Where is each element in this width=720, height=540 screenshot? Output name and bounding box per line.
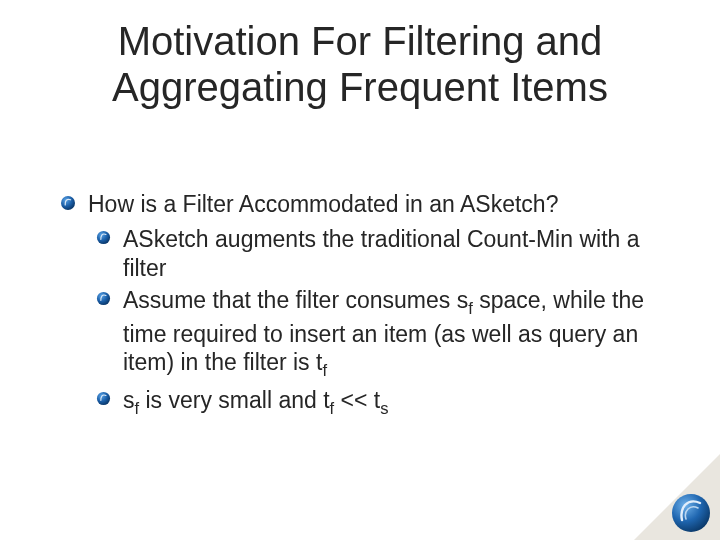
list-item: Assume that the filter consumes sf space…: [96, 286, 650, 381]
bullet-text: sf is very small and tf << ts: [123, 386, 389, 419]
svg-point-3: [97, 392, 110, 405]
list-item: How is a Filter Accommodated in an ASket…: [60, 190, 650, 219]
svg-point-0: [61, 196, 75, 210]
slide: Motivation For Filtering and Aggregating…: [0, 0, 720, 540]
bullet-icon: [96, 391, 111, 410]
slide-body: How is a Filter Accommodated in an ASket…: [40, 190, 680, 419]
bullet-icon: [96, 230, 111, 249]
bullet-icon: [96, 291, 111, 310]
slide-title: Motivation For Filtering and Aggregating…: [40, 18, 680, 110]
list-item: ASketch augments the traditional Count-M…: [96, 225, 650, 283]
bullet-text: ASketch augments the traditional Count-M…: [123, 225, 650, 283]
swirl-icon: [670, 492, 712, 534]
svg-point-4: [672, 494, 710, 532]
bullet-text: Assume that the filter consumes sf space…: [123, 286, 650, 381]
corner-decoration: [634, 454, 720, 540]
bullet-text: How is a Filter Accommodated in an ASket…: [88, 190, 558, 219]
bullet-icon: [60, 195, 76, 215]
svg-point-1: [97, 231, 110, 244]
list-item: sf is very small and tf << ts: [96, 386, 650, 419]
svg-point-2: [97, 292, 110, 305]
